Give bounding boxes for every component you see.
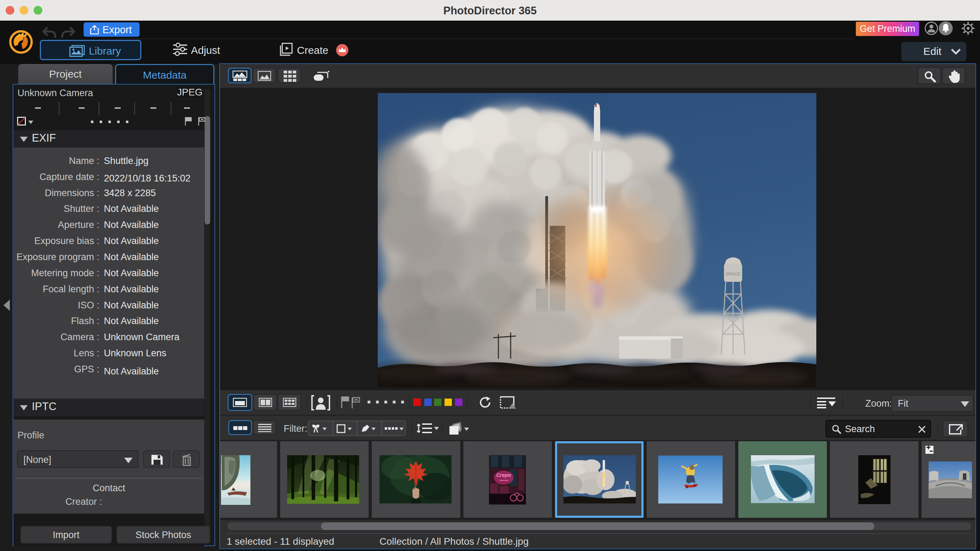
svg-text:Crepe: Crepe bbox=[496, 472, 511, 478]
svg-text:SPACE: SPACE bbox=[725, 271, 740, 276]
